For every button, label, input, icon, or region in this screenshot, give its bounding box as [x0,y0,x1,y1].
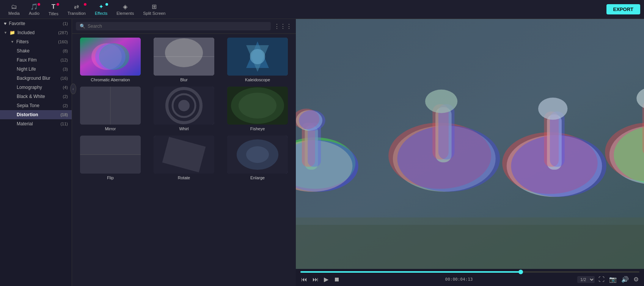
time-display: 00:00:04:13 [445,277,473,282]
rewind-button[interactable]: ⏮ [300,275,308,284]
progress-bar[interactable] [300,271,639,273]
effect-thumb-fisheye [227,87,288,125]
volume-button[interactable]: 🔊 [620,275,630,284]
sidebar-sepia-count: (2) [63,103,68,108]
effect-label-blur: Blur [180,77,188,82]
grid-options-icon[interactable]: ⋮⋮⋮ [274,23,292,30]
effect-card-kaleidoscope[interactable]: Kaleidoscope [223,38,292,82]
titles-dot [57,3,59,6]
folder-icon: 📁 [9,30,15,35]
effect-thumb-blur [154,38,214,76]
sidebar-item-included[interactable]: ▼ 📁 Included (287) [0,28,72,37]
settings-button[interactable]: ⚙ [633,275,639,284]
panel-collapse-arrow[interactable]: ‹ [70,84,76,94]
toolbar-audio[interactable]: 🎵 Audio [24,2,44,17]
search-box[interactable]: 🔍 [76,22,271,30]
controls-row: ⏮ ⏭ ▶ ⏹ 00:00:04:13 1/2 1/4 Full ⛶ 📷 🔊 ⚙ [300,275,639,284]
elements-icon: ◈ [123,3,127,10]
toolbar-titles[interactable]: T Titles [44,2,63,17]
effect-card-fisheye[interactable]: Fisheye [223,87,292,131]
effect-thumb-rotate [154,136,214,174]
sidebar-material-count: (11) [60,122,68,126]
sidebar-item-sepia-tone[interactable]: Sepia Tone (2) [0,101,72,110]
transition-dot [84,3,86,6]
effect-card-whirl[interactable]: Whirl [149,87,218,131]
quality-select[interactable]: 1/2 1/4 Full [577,276,595,283]
effect-card-flip[interactable]: Flip [76,136,145,180]
sidebar-item-black-white[interactable]: Black & White (2) [0,92,72,101]
toolbar-elements-label: Elements [116,11,134,16]
toolbar-transition[interactable]: ⇄ Transition [63,2,90,17]
media-icon: 🗂 [11,3,17,10]
svg-point-18 [178,100,190,111]
effect-label-rotate: Rotate [178,175,190,180]
sidebar-item-filters[interactable]: ▼ Filters (160) [0,37,72,46]
sidebar-item-night-life[interactable]: Night Life (3) [0,65,72,74]
sidebar-item-background-blur[interactable]: Background Blur (16) [0,74,72,83]
splitscreen-icon: ⊞ [152,3,157,10]
svg-point-29 [246,146,269,163]
sidebar-item-lomography[interactable]: Lomography (4) [0,83,72,92]
effect-label-enlarge: Enlarge [250,175,265,180]
main-layout: ♥ Favorite (1) ▼ 📁 Included (287) ▼ Filt… [0,19,644,286]
svg-rect-23 [80,136,141,155]
step-back-button[interactable]: ⏭ [312,275,319,284]
sidebar-item-distortion[interactable]: Distortion (18) [0,110,72,119]
svg-rect-60 [642,101,644,156]
toolbar-titles-label: Titles [49,11,58,16]
filters-triangle: ▼ [11,40,14,44]
sidebar-item-faux-film[interactable]: Faux Film (12) [0,55,72,65]
effect-thumb-mirror [80,87,141,125]
effect-label-whirl: Whirl [179,126,188,131]
sidebar-distortion-count: (18) [60,112,68,117]
effect-card-blur[interactable]: Blur [149,38,218,82]
progress-fill [300,271,521,273]
toolbar-elements[interactable]: ◈ Elements [112,2,138,17]
export-button[interactable]: EXPORT [606,4,640,14]
effect-card-rotate[interactable]: Rotate [149,136,218,180]
stop-button[interactable]: ⏹ [333,275,341,284]
progress-thumb[interactable] [518,270,523,274]
effects-panel: 🔍 ⋮⋮⋮ [72,19,296,286]
toolbar-media[interactable]: 🗂 Media [4,2,24,17]
effect-label-flip: Flip [107,175,114,180]
sidebar-item-material[interactable]: Material (11) [0,119,72,128]
effect-thumb-chromatic [80,38,141,76]
search-icon: 🔍 [80,24,85,29]
effect-thumb-whirl [154,87,214,125]
playback-buttons: ⏮ ⏭ ▶ ⏹ [300,275,341,284]
sidebar-filters-label: Filters [16,39,29,44]
search-input[interactable] [88,24,267,29]
svg-rect-54 [550,112,565,167]
effect-card-mirror[interactable]: Mirror [76,87,145,131]
svg-point-55 [538,98,567,120]
sidebar-distortion-label: Distortion [17,112,38,117]
effect-card-enlarge[interactable]: Enlarge [223,136,292,180]
svg-point-11 [250,49,265,64]
toolbar-splitscreen-label: Split Screen [143,11,165,16]
sidebar-fauxfilm-count: (12) [60,58,68,62]
sidebar-nightlife-count: (3) [63,67,68,71]
effect-card-chromatic-aberration[interactable]: Chromatic Aberration [76,38,145,82]
effects-dot [105,3,108,6]
favorite-icon: ♥ [4,21,6,26]
effect-label-kaleidoscope: Kaleidoscope [245,77,270,82]
included-triangle: ▼ [4,31,7,35]
sidebar-included-count: (287) [58,30,68,35]
screenshot-button[interactable]: 📷 [608,275,617,284]
svg-point-4 [95,43,126,70]
toolbar-splitscreen[interactable]: ⊞ Split Screen [138,2,170,17]
sidebar-item-favorite[interactable]: ♥ Favorite (1) [0,19,72,28]
sidebar-sepia-label: Sepia Tone [17,103,39,108]
toolbar-media-label: Media [8,11,20,16]
fullscreen-button[interactable]: ⛶ [598,275,605,284]
left-panel: ♥ Favorite (1) ▼ 📁 Included (287) ▼ Filt… [0,19,72,286]
sidebar-shake-label: Shake [17,48,30,54]
audio-icon: 🎵 [30,3,38,10]
sidebar-item-shake[interactable]: Shake (8) [0,46,72,55]
effect-thumb-flip [80,136,141,174]
toolbar-effects[interactable]: ✦ Effects [90,2,112,17]
play-button[interactable]: ▶ [323,275,329,284]
svg-point-21 [239,93,276,119]
sidebar-bgblur-count: (16) [60,76,68,81]
